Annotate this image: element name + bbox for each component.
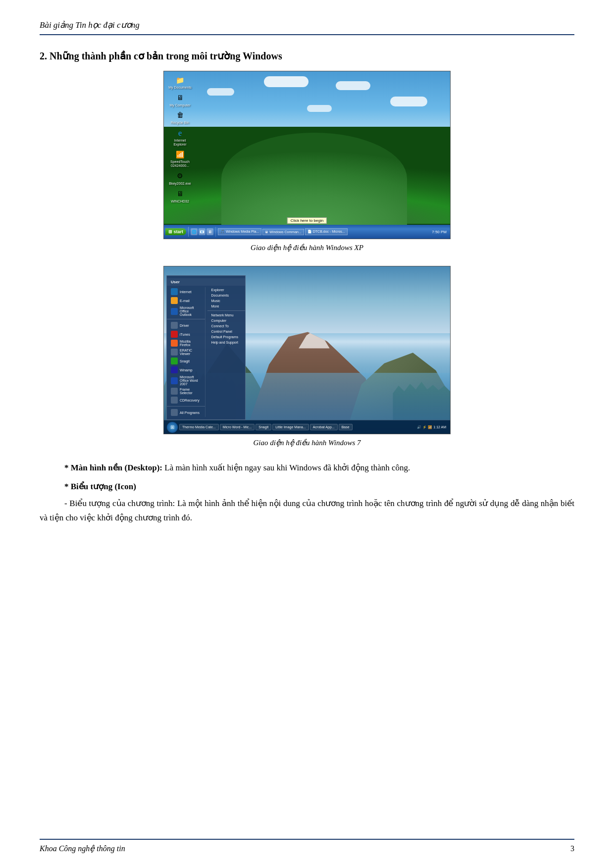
win7-tray: 🔊 ⚡ 📶 1:12 AM (417, 425, 449, 429)
page-footer: Khoa Công nghệ thông tin 3 (40, 839, 574, 853)
winxp-icon-win-img: 🖥 (175, 189, 186, 200)
ql-icon-3: 🖥 (206, 228, 213, 235)
win7-mr-more-label: More (211, 305, 219, 308)
win7-caption: Giao diện hệ điều hành Windows 7 (253, 438, 360, 447)
winxp-image-container: 📁 My Documents 🖥 My Computer 🗑 Recycle B… (40, 71, 574, 261)
winxp-icon-recycle: 🗑 Recycle Bin (166, 109, 194, 126)
win7-mr-computer[interactable]: Computer (207, 318, 246, 323)
win7-mi-itunes-label: iTunes (180, 333, 190, 336)
winxp-icon-ie: e Internet Explorer (166, 127, 194, 147)
winxp-icon-recycle-label: Recycle Bin (171, 121, 189, 125)
win7-mi-itunes[interactable]: iTunes (167, 330, 205, 339)
winxp-cloud-4 (390, 97, 427, 106)
win7-mr-music-label: Music (211, 299, 220, 303)
winxp-icon-ie-label: Internet Explorer (167, 139, 193, 146)
win7-mi-cdrec[interactable]: CDRecovery (167, 396, 205, 405)
section-heading: 2. Những thành phần cơ bản trong môi trư… (40, 50, 574, 62)
win7-orb: ⊞ (167, 422, 178, 433)
winxp-icon-speed-img: 📶 (175, 149, 186, 160)
winxp-icon-mycomp-label: My Computer (169, 103, 190, 107)
win7-mi-internet-icon (171, 288, 178, 295)
win7-mr-computer-label: Computer (211, 319, 227, 322)
win7-mi-ematic[interactable]: ERATIC Viewer (167, 348, 205, 357)
winxp-screenshot: 📁 My Documents 🖥 My Computer 🗑 Recycle B… (163, 71, 451, 239)
win7-mr-documents[interactable]: Documents (207, 293, 246, 298)
winxp-icon-speed: 📶 SpeedTouch 02424000... (166, 148, 194, 168)
win7-snow (295, 330, 333, 348)
win7-mr-explorer[interactable]: Explorer (207, 287, 246, 293)
win7-mi-driver[interactable]: Driver (167, 321, 205, 330)
win7-mi-firefox[interactable]: Mozilla Firefox (167, 339, 205, 348)
header-title: Bài giảng Tin học đại cương (40, 20, 140, 30)
win7-mi-internet-label: Internet (180, 290, 192, 294)
win7-mr-defprog[interactable]: Default Programs (207, 334, 246, 340)
winxp-cloud-1 (264, 76, 308, 87)
win7-menu-columns: Internet E-mail Microsoft Office Outlook (167, 287, 245, 417)
win7-taskbar-items: Thermo Media Cate... Micro Word - Mic...… (179, 424, 417, 430)
winxp-icon-mydocs-img: 📁 (175, 75, 186, 86)
win7-tb-item-6[interactable]: Base (339, 424, 353, 430)
win7-tb-item-2[interactable]: Micro Word - Mic... (220, 424, 255, 430)
win7-mr-ctrlpanel[interactable]: Control Panel (207, 329, 246, 334)
winxp-icon-bkey-label: Bkey2002.exe (169, 182, 191, 186)
win7-clock: 1:12 AM (433, 425, 449, 429)
icon-heading: * Biểu tượng (Icon) (40, 481, 574, 492)
win7-mr-helpsupp-label: Help and Support (211, 341, 238, 344)
win7-mi-driver-icon (171, 322, 178, 329)
win7-tray-icons: 🔊 ⚡ 📶 (417, 425, 432, 429)
win7-mi-allprog-icon (171, 409, 178, 416)
win7-menu-header: User (167, 278, 245, 286)
winxp-tb-item-2[interactable]: 🖥 Windows Comman... (262, 229, 304, 235)
win7-taskbar: ⊞ Thermo Media Cate... Micro Word - Mic.… (164, 420, 450, 434)
page: Bài giảng Tin học đại cương 2. Những thà… (0, 0, 614, 868)
win7-mi-allprog[interactable]: All Programs (167, 408, 205, 417)
winxp-tb-item-1[interactable]: 🎵 Windows Media Pla... (218, 228, 261, 235)
win7-mi-outlook[interactable]: Microsoft Office Outlook (167, 305, 205, 317)
page-header: Bài giảng Tin học đại cương (40, 20, 574, 35)
win7-mi-cdrec-icon (171, 397, 178, 404)
win7-mr-helpsupp[interactable]: Help and Support (207, 340, 246, 345)
win7-mr-ctrlpanel-label: Control Panel (211, 330, 232, 333)
winxp-cloud-2 (336, 81, 370, 90)
winxp-icon-win: 🖥 WINCHD32 (166, 188, 194, 204)
winxp-icon-mydocs-label: My Documents (168, 86, 192, 90)
win7-tb-item-4[interactable]: Little Image Mana... (272, 424, 308, 430)
winxp-icon-bkey: ⚙ Bkey2002.exe (166, 170, 194, 187)
win7-mr-connecto[interactable]: Connect To (207, 323, 246, 329)
ql-icon-1: 🌐 (191, 228, 198, 235)
win7-start-button[interactable]: ⊞ (165, 420, 179, 434)
win7-divider-1 (167, 319, 205, 319)
win7-mr-connecto-label: Connect To (211, 324, 229, 328)
desktop-text: Là màn hình xuất hiện ngay sau khi Windo… (162, 463, 410, 472)
win7-mi-firefox-label: Mozilla Firefox (180, 340, 201, 347)
win7-tb-item-5[interactable]: Acrobat App... (310, 424, 338, 430)
winxp-icons: 📁 My Documents 🖥 My Computer 🗑 Recycle B… (166, 74, 194, 204)
win7-mi-word[interactable]: Microsoft Office Word 2007 (167, 374, 205, 387)
winxp-quick-launch: 🌐 📧 🖥 (191, 228, 213, 235)
win7-mi-internet[interactable]: Internet (167, 287, 205, 296)
win7-mi-cdrec-label: CDRecovery (180, 399, 200, 402)
winxp-caption: Giao diện hệ điều hành Windows XP (251, 243, 363, 252)
win7-mi-snagit[interactable]: Snagit (167, 357, 205, 365)
win7-tb-item-1[interactable]: Thermo Media Cate... (179, 424, 219, 430)
win7-mi-frame[interactable]: Frame Selector (167, 387, 205, 396)
win7-divider-2 (167, 406, 205, 407)
winxp-icon-mycomp-img: 🖥 (175, 93, 186, 103)
win7-tb-item-3[interactable]: Snagit (256, 424, 271, 430)
winxp-taskbar: ⊞ start 🌐 📧 🖥 🎵 Windows Media Pla... 🖥 W… (164, 225, 450, 239)
winxp-icon-mycomp: 🖥 My Computer (166, 92, 194, 108)
win7-mi-email[interactable]: E-mail (167, 296, 205, 305)
desktop-paragraph: * Màn hình nền (Desktop): Là màn hình xu… (40, 461, 574, 475)
winxp-icon-mydocs: 📁 My Documents (166, 74, 194, 91)
win7-mi-winamp[interactable]: Winamp (167, 365, 205, 374)
win7-mi-frame-label: Frame Selector (180, 388, 201, 395)
win7-mr-more[interactable]: More (207, 304, 246, 309)
win7-mr-defprog-label: Default Programs (211, 335, 238, 339)
win7-mr-music[interactable]: Music (207, 298, 246, 304)
winxp-icon-recycle-img: 🗑 (175, 110, 186, 121)
win7-mr-netmenu[interactable]: Network Menu (207, 312, 246, 318)
win7-menu-left: Internet E-mail Microsoft Office Outlook (167, 287, 205, 417)
win7-mi-frame-icon (171, 388, 178, 395)
winxp-start-button[interactable]: ⊞ start (165, 228, 186, 235)
winxp-tb-item-3[interactable]: 📄 DTCB.doc - Micros... (305, 228, 348, 235)
